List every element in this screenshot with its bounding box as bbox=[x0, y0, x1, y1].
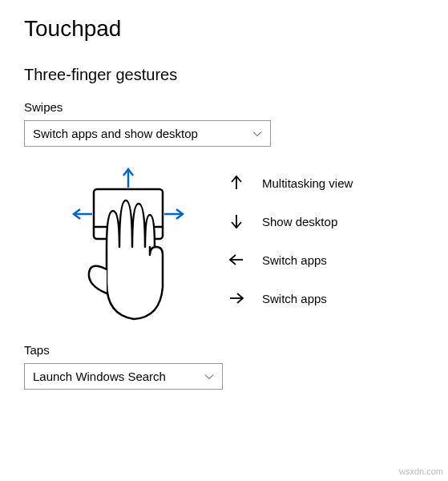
watermark: wsxdn.com bbox=[399, 467, 443, 476]
taps-label: Taps bbox=[24, 343, 424, 357]
legend-left-label: Switch apps bbox=[262, 253, 327, 267]
legend-row-left: Switch apps bbox=[228, 252, 353, 268]
legend-row-down: Show desktop bbox=[228, 213, 353, 229]
legend-up-label: Multitasking view bbox=[262, 176, 353, 190]
taps-dropdown[interactable]: Launch Windows Search bbox=[24, 363, 223, 390]
legend-right-label: Switch apps bbox=[262, 292, 327, 305]
arrow-right-icon bbox=[228, 290, 244, 306]
swipes-label: Swipes bbox=[24, 100, 424, 114]
three-finger-gesture-illustration bbox=[60, 167, 196, 327]
chevron-down-icon bbox=[252, 129, 262, 139]
section-heading: Three-finger gestures bbox=[24, 66, 424, 84]
arrow-down-icon bbox=[228, 213, 244, 229]
chevron-down-icon bbox=[204, 372, 214, 382]
gesture-diagram-section: Multitasking view Show desktop Switch ap… bbox=[24, 167, 424, 327]
legend-down-label: Show desktop bbox=[262, 215, 337, 228]
swipes-dropdown-value: Switch apps and show desktop bbox=[33, 127, 198, 140]
swipes-dropdown[interactable]: Switch apps and show desktop bbox=[24, 120, 271, 147]
arrow-left-icon bbox=[228, 252, 244, 268]
legend-row-right: Switch apps bbox=[228, 290, 353, 306]
page-title: Touchpad bbox=[24, 16, 424, 42]
taps-dropdown-value: Launch Windows Search bbox=[33, 370, 166, 383]
arrow-up-icon bbox=[228, 175, 244, 191]
legend-row-up: Multitasking view bbox=[228, 175, 353, 191]
gesture-legend: Multitasking view Show desktop Switch ap… bbox=[228, 167, 353, 306]
